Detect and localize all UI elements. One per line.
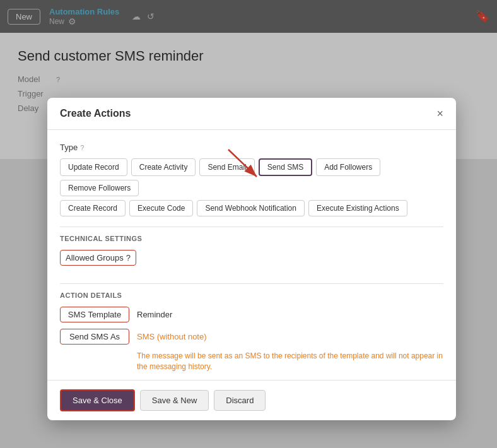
modal-footer: Save & Close Save & New Discard — [47, 380, 456, 420]
allowed-groups-label: Allowed Groups — [66, 253, 124, 262]
modal-body: Type ? Update Record Create Activity Sen… — [47, 130, 456, 372]
type-text: Type — [60, 143, 78, 152]
allowed-groups-help-icon[interactable]: ? — [126, 253, 131, 262]
sms-template-label: SMS Template — [60, 307, 129, 322]
type-btn-add-followers[interactable]: Add Followers — [316, 158, 380, 176]
type-buttons-row2: Create Record Execute Code Send Webhook … — [60, 200, 443, 216]
type-btn-create-record[interactable]: Create Record — [60, 200, 126, 216]
technical-settings-title: TECHNICAL SETTINGS — [60, 235, 443, 242]
type-btn-send-sms[interactable]: Send SMS — [259, 158, 312, 176]
sms-template-value: Reminder — [137, 310, 172, 319]
type-btn-send-webhook[interactable]: Send Webhook Notification — [197, 200, 305, 216]
type-btn-send-email[interactable]: Send Email — [199, 158, 254, 176]
save-close-button[interactable]: Save & Close — [60, 389, 135, 411]
type-btn-create-activity[interactable]: Create Activity — [131, 158, 196, 176]
save-new-button[interactable]: Save & New — [140, 390, 209, 411]
type-label: Type ? — [60, 143, 443, 152]
type-help-icon[interactable]: ? — [80, 144, 84, 151]
section-divider-1 — [60, 227, 443, 227]
modal-close-button[interactable]: × — [436, 108, 443, 119]
create-actions-modal: Create Actions × Type ? Update Record Cr… — [47, 98, 456, 420]
type-buttons-row1: Update Record Create Activity Send Email… — [60, 158, 443, 196]
allowed-groups-field[interactable]: Allowed Groups ? — [60, 250, 136, 266]
sms-help-text: The message will be sent as an SMS to th… — [60, 351, 443, 372]
modal-title: Create Actions — [60, 108, 131, 119]
section-divider-2 — [60, 283, 443, 284]
send-sms-as-value: SMS (without note) — [137, 332, 207, 341]
type-btn-remove-followers[interactable]: Remove Followers — [60, 180, 139, 196]
type-btn-update-record[interactable]: Update Record — [60, 158, 127, 176]
send-sms-as-row: Send SMS As SMS (without note) — [60, 329, 443, 345]
discard-button[interactable]: Discard — [214, 390, 266, 411]
modal-header: Create Actions × — [47, 98, 456, 130]
sms-template-row: SMS Template Reminder — [60, 307, 443, 322]
send-sms-as-label: Send SMS As — [60, 329, 129, 345]
action-details-title: ACTION DETAILS — [60, 292, 443, 299]
type-btn-execute-code[interactable]: Execute Code — [129, 200, 193, 216]
type-btn-execute-actions[interactable]: Execute Existing Actions — [308, 200, 407, 216]
